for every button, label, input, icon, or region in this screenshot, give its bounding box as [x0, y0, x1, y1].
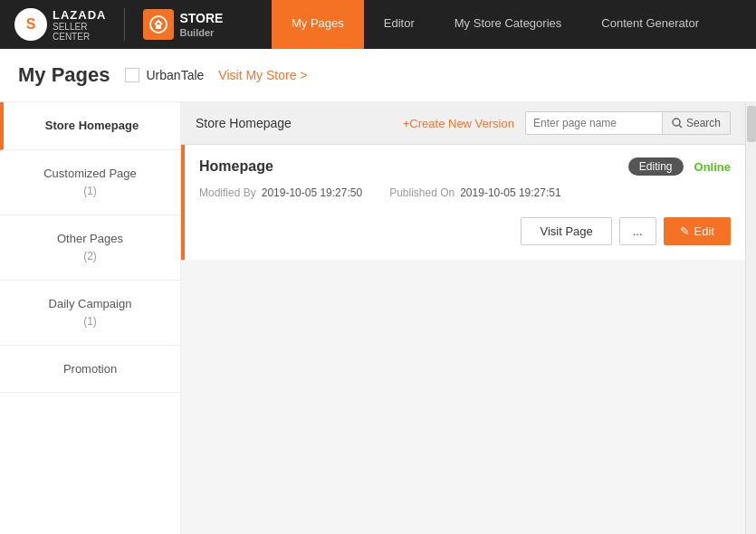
nav-tabs: My Pages Editor My Store Categories Cont… — [272, 0, 719, 49]
page-card-actions: Visit Page ... ✎ Edit — [185, 210, 745, 260]
store-checkbox[interactable] — [125, 68, 139, 82]
page-title: My Pages — [18, 63, 110, 87]
sidebar-item-promotion[interactable]: Promotion — [0, 346, 180, 394]
online-badge: Online — [694, 160, 731, 174]
page-card-title: Homepage — [199, 158, 617, 175]
editing-badge: Editing — [628, 157, 684, 176]
store-builder-text: STORE Builder — [179, 10, 223, 39]
sidebar-item-customized-page[interactable]: Customized Page (1) — [0, 150, 180, 215]
content-toolbar: Store Homepage +Create New Version Searc… — [181, 102, 745, 145]
store-builder-logo: STORE Builder — [143, 9, 223, 40]
sidebar-item-other-pages[interactable]: Other Pages (2) — [0, 215, 180, 281]
scrollbar-thumb[interactable] — [747, 106, 756, 142]
sidebar-item-store-homepage[interactable]: Store Homepage — [0, 102, 180, 150]
meta-modified: Modified By 2019-10-05 19:27:50 — [199, 186, 362, 199]
page-card: Homepage Editing Online Modified By 2019… — [181, 145, 745, 260]
lazada-logo-text: LAZADA SELLER CENTER — [53, 8, 106, 42]
edit-icon: ✎ — [680, 224, 690, 238]
main-layout: Store Homepage Customized Page (1) Other… — [0, 102, 756, 534]
more-options-button[interactable]: ... — [619, 217, 656, 245]
scrollbar-track[interactable] — [745, 102, 756, 534]
content-with-scroll: Store Homepage +Create New Version Searc… — [181, 102, 756, 534]
page-card-header: Homepage Editing Online — [185, 145, 745, 183]
content-toolbar-title: Store Homepage — [196, 116, 392, 130]
nav-tab-editor[interactable]: Editor — [364, 0, 435, 49]
top-navigation: S LAZADA SELLER CENTER STORE Builder — [0, 0, 756, 49]
store-selector: UrbanTale — [125, 68, 205, 82]
nav-tab-my-store-categories[interactable]: My Store Categories — [435, 0, 582, 49]
sidebar-item-daily-campaign[interactable]: Daily Campaign (1) — [0, 281, 180, 346]
visit-page-button[interactable]: Visit Page — [521, 217, 611, 245]
sidebar: Store Homepage Customized Page (1) Other… — [0, 102, 181, 534]
logo-area: S LAZADA SELLER CENTER STORE Builder — [0, 8, 272, 42]
lazada-logo-icon: S — [14, 8, 47, 41]
lazada-logo: S LAZADA SELLER CENTER — [14, 8, 106, 42]
page-header: My Pages UrbanTale Visit My Store > — [0, 49, 756, 102]
create-new-version-link[interactable]: +Create New Version — [403, 117, 514, 130]
meta-published: Published On 2019-10-05 19:27:51 — [389, 186, 560, 199]
content-area: Store Homepage +Create New Version Searc… — [181, 102, 745, 534]
svg-point-2 — [673, 119, 680, 126]
store-name: UrbanTale — [147, 68, 205, 82]
store-builder-icon — [143, 9, 174, 40]
logo-divider — [124, 8, 125, 41]
search-input[interactable] — [526, 112, 662, 134]
search-icon — [672, 118, 683, 129]
nav-tab-content-generator[interactable]: Content Generator — [581, 0, 719, 49]
page-card-meta: Modified By 2019-10-05 19:27:50 Publishe… — [185, 183, 745, 210]
search-container: Search — [525, 111, 731, 135]
edit-button[interactable]: ✎ Edit — [664, 217, 731, 245]
svg-rect-1 — [156, 24, 161, 29]
nav-tab-my-pages[interactable]: My Pages — [272, 0, 364, 49]
svg-line-3 — [679, 125, 682, 128]
visit-store-link[interactable]: Visit My Store > — [218, 68, 307, 82]
search-button[interactable]: Search — [662, 112, 730, 134]
